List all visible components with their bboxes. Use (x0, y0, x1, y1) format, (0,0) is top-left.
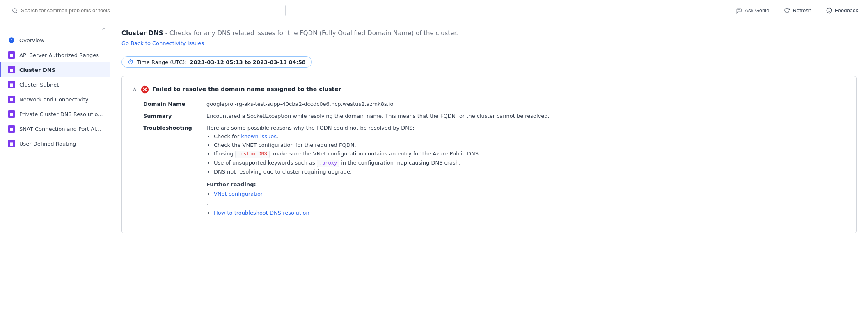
ask-genie-button[interactable]: Ask Genie (732, 6, 772, 16)
list-item: Use of unsupported keywords such as .pro… (214, 160, 846, 166)
search-box[interactable] (7, 5, 286, 16)
list-item: Check for known issues. (214, 133, 846, 139)
search-icon (12, 8, 18, 14)
card-header: ∧ Failed to resolve the domain name assi… (132, 85, 846, 94)
ask-genie-label: Ask Genie (744, 7, 769, 14)
cluster-dns-icon: ■ (8, 66, 15, 73)
collapse-button[interactable]: ∧ (132, 85, 137, 93)
sidebar-item-label: SNAT Connection and Port Al... (19, 126, 101, 132)
refresh-icon (784, 7, 790, 14)
sidebar-item-label: User Defined Routing (19, 141, 76, 147)
domain-name-row: Domain Name googleproj-rg-aks-test-supp-… (143, 101, 846, 107)
svg-point-2 (827, 8, 832, 13)
sidebar-item-label: Overview (19, 37, 44, 43)
summary-label: Summary (143, 113, 197, 119)
sidebar-item-label: Private Cluster DNS Resolutio... (19, 111, 103, 117)
sidebar-item-label: Cluster Subnet (19, 82, 59, 88)
sidebar-item-label: Cluster DNS (19, 67, 55, 73)
summary-row: Summary Encountered a SocketException wh… (143, 113, 846, 119)
feedback-icon (826, 7, 832, 14)
troubleshooting-label: Troubleshooting (143, 125, 197, 131)
clock-icon: ⏱ (128, 59, 133, 65)
search-input[interactable] (21, 7, 280, 14)
troubleshooting-content: Here are some possible reasons why the F… (206, 125, 846, 219)
time-range[interactable]: ⏱ Time Range (UTC): 2023-03-12 05:13 to … (121, 56, 312, 68)
sidebar-item-network-connectivity[interactable]: ■ Network and Connectivity (0, 92, 110, 107)
sidebar-item-private-cluster-dns[interactable]: ■ Private Cluster DNS Resolutio... (0, 107, 110, 121)
dns-troubleshoot-link[interactable]: How to troubleshoot DNS resolution (214, 210, 309, 216)
sidebar-item-label: API Server Authorized Ranges (19, 52, 99, 58)
sidebar-item-overview[interactable]: Overview (0, 33, 110, 48)
troubleshooting-list: Check for known issues. Check the VNET c… (206, 133, 846, 175)
overview-icon (8, 37, 15, 44)
sidebar-item-cluster-subnet[interactable]: ■ Cluster Subnet (0, 77, 110, 92)
troubleshooting-row: Troubleshooting Here are some possible r… (143, 125, 846, 219)
sidebar: Overview ■ API Server Authorized Ranges … (0, 21, 110, 336)
api-server-icon: ■ (8, 51, 15, 59)
topbar-actions: Ask Genie Refresh Feedback (732, 6, 861, 16)
page-title-sub: - Checks for any DNS related issues for … (165, 30, 458, 37)
snat-icon: ■ (8, 125, 15, 133)
further-reading-list: VNet configuration . How to troubleshoot… (206, 191, 846, 216)
list-item: DNS not resolving due to cluster requiri… (214, 169, 846, 175)
page-title-main: Cluster DNS (121, 30, 163, 37)
topbar: Ask Genie Refresh Feedback (0, 0, 868, 21)
list-item: Check the VNET configuration for the req… (214, 142, 846, 148)
sidebar-collapse-button[interactable] (0, 25, 110, 33)
back-link[interactable]: Go Back to Connectivity Issues (121, 40, 204, 46)
svg-line-1 (16, 11, 17, 13)
known-issues-link[interactable]: known issues (241, 133, 277, 139)
domain-name-label: Domain Name (143, 101, 197, 107)
domain-name-value: googleproj-rg-aks-test-supp-40cba2-dccdc… (206, 101, 846, 107)
sidebar-item-user-routing[interactable]: ■ User Defined Routing (0, 136, 110, 151)
summary-value: Encountered a SocketException while reso… (206, 113, 846, 119)
sidebar-item-label: Network and Connectivity (19, 96, 88, 103)
content-area: Cluster DNS - Checks for any DNS related… (110, 21, 868, 336)
network-connectivity-icon: ■ (8, 96, 15, 103)
private-cluster-dns-icon: ■ (8, 110, 15, 118)
feedback-label: Feedback (835, 7, 858, 14)
sidebar-item-api-server[interactable]: ■ API Server Authorized Ranges (0, 48, 110, 62)
sidebar-item-cluster-dns[interactable]: ■ Cluster DNS (0, 62, 110, 77)
page-header: Cluster DNS - Checks for any DNS related… (121, 30, 857, 46)
card-title: Failed to resolve the domain name assign… (152, 86, 341, 92)
list-item: How to troubleshoot DNS resolution (214, 210, 846, 216)
error-icon (141, 85, 149, 94)
further-reading-heading: Further reading: (206, 181, 846, 187)
card-body: Domain Name googleproj-rg-aks-test-supp-… (132, 101, 846, 219)
result-card: ∧ Failed to resolve the domain name assi… (121, 76, 857, 233)
troubleshooting-intro: Here are some possible reasons why the F… (206, 125, 415, 131)
svg-point-0 (13, 8, 16, 12)
list-item: If using custom DNS, make sure the VNet … (214, 151, 846, 157)
genie-icon (735, 7, 742, 14)
user-routing-icon: ■ (8, 140, 15, 147)
cluster-subnet-icon: ■ (8, 81, 15, 88)
refresh-button[interactable]: Refresh (781, 6, 815, 15)
time-range-label: Time Range (UTC): (137, 59, 187, 65)
refresh-label: Refresh (792, 7, 811, 14)
page-title: Cluster DNS - Checks for any DNS related… (121, 30, 857, 37)
feedback-button[interactable]: Feedback (823, 6, 861, 15)
proxy-code: .proxy (317, 160, 339, 167)
vnet-config-link[interactable]: VNet configuration (214, 191, 264, 197)
main-layout: Overview ■ API Server Authorized Ranges … (0, 21, 868, 336)
sidebar-item-snat[interactable]: ■ SNAT Connection and Port Al... (0, 121, 110, 136)
time-range-value: 2023-03-12 05:13 to 2023-03-13 04:58 (190, 59, 306, 65)
custom-dns-code: custom DNS (235, 151, 270, 158)
list-item: . (206, 200, 846, 206)
list-item: VNet configuration (214, 191, 846, 197)
